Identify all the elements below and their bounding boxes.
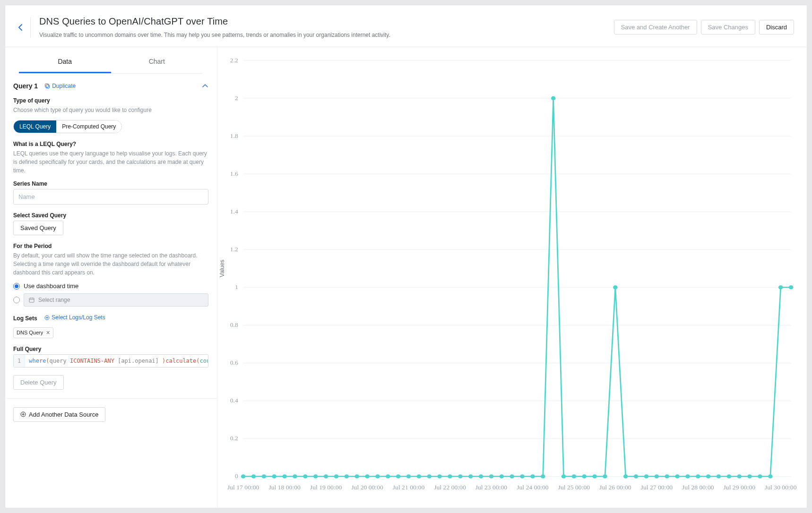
use-dashboard-time-radio[interactable]: Use dashboard time [13,282,208,290]
svg-point-48 [354,474,359,479]
svg-text:Jul 18 00:00: Jul 18 00:00 [268,484,301,490]
svg-text:Values: Values [218,259,225,277]
full-query-editor[interactable]: 1 where(query ICONTAINS-ANY [api.openai]… [13,354,208,368]
svg-point-75 [634,474,639,479]
svg-point-89 [778,285,783,290]
svg-text:Jul 26 00:00: Jul 26 00:00 [599,484,631,490]
use-dashboard-time-label: Use dashboard time [24,282,78,290]
tab-chart[interactable]: Chart [111,51,203,73]
svg-text:1.2: 1.2 [230,246,238,253]
svg-text:Jul 20 00:00: Jul 20 00:00 [351,484,383,490]
page-title: DNS Queries to OpenAI/ChatGPT over Time [39,16,614,27]
svg-point-90 [789,285,794,290]
svg-point-64 [520,474,525,479]
add-another-data-source-button[interactable]: Add Another Data Source [13,407,105,422]
svg-text:2.2: 2.2 [230,57,238,63]
svg-text:Jul 30 00:00: Jul 30 00:00 [765,484,797,490]
collapse-toggle[interactable] [202,83,208,90]
svg-point-71 [592,474,597,479]
svg-point-52 [396,474,401,479]
svg-point-81 [696,474,700,479]
saved-query-label: Select Saved Query [13,212,208,219]
svg-point-84 [727,474,732,479]
svg-point-77 [655,474,659,479]
svg-point-39 [262,474,267,479]
select-range-box[interactable]: Select range [24,293,208,307]
plus-circle-icon [44,315,50,320]
svg-point-45 [324,474,328,479]
svg-point-38 [251,474,256,479]
svg-point-42 [293,474,297,479]
svg-text:Jul 17 00:00: Jul 17 00:00 [227,484,259,490]
full-query-text: where(query ICONTAINS-ANY [api.openai] )… [25,355,208,367]
svg-text:2: 2 [235,94,238,101]
svg-point-50 [375,474,380,479]
log-set-chip-label: DNS Query [17,330,43,335]
svg-text:Jul 23 00:00: Jul 23 00:00 [475,484,508,490]
series-name-label: Series Name [13,180,208,187]
svg-point-61 [489,474,494,479]
svg-point-56 [437,474,442,479]
svg-point-88 [768,474,773,479]
close-icon[interactable]: ✕ [46,330,50,336]
svg-point-67 [551,96,556,101]
select-range-radio[interactable]: Select range [13,293,208,307]
page-description: Visualize traffic to uncommon domains ov… [39,32,614,38]
delete-query-button[interactable]: Delete Query [13,375,64,390]
left-column: Data Chart Query 1 Duplicate Type of que… [5,47,217,508]
duplicate-icon [44,83,50,89]
svg-text:Jul 21 00:00: Jul 21 00:00 [393,484,425,490]
svg-point-62 [500,474,504,479]
period-help: By default, your card will show the time… [13,251,208,277]
tab-data[interactable]: Data [19,51,111,73]
svg-point-49 [365,474,370,479]
leql-help: LEQL queries use the query language to h… [13,149,208,175]
app-header: DNS Queries to OpenAI/ChatGPT over Time … [5,5,807,47]
svg-point-40 [272,474,276,479]
discard-button[interactable]: Discard [759,20,794,34]
right-column: 00.20.40.60.811.21.41.61.822.2ValuesJul … [217,47,807,508]
duplicate-label: Duplicate [52,83,76,89]
select-logs-link[interactable]: Select Logs/Log Sets [44,314,105,321]
svg-text:Jul 25 00:00: Jul 25 00:00 [558,484,590,490]
svg-point-57 [448,474,452,479]
full-query-label: Full Query [13,346,208,352]
save-and-create-button[interactable]: Save and Create Another [614,20,697,34]
svg-point-51 [386,474,390,479]
svg-text:1.4: 1.4 [230,208,239,214]
chart: 00.20.40.60.811.21.41.61.822.2ValuesJul … [217,56,799,500]
log-sets-label: Log Sets [13,315,37,322]
svg-point-70 [582,474,587,479]
saved-query-button[interactable]: Saved Query [13,221,63,235]
svg-point-53 [406,474,411,479]
period-label: For the Period [13,243,208,249]
seg-precomputed-query[interactable]: Pre-Computed Query [56,120,121,133]
log-set-chip: DNS Query ✕ [13,327,53,338]
radio-icon-unchecked [13,297,20,303]
svg-rect-0 [45,84,49,87]
header-divider [30,17,31,38]
svg-point-55 [427,474,432,479]
svg-rect-2 [29,298,34,302]
svg-point-46 [334,474,339,479]
series-name-input[interactable] [13,189,208,205]
svg-text:0.6: 0.6 [230,359,239,366]
svg-point-80 [685,474,690,479]
svg-text:Jul 27 00:00: Jul 27 00:00 [641,484,673,490]
svg-point-37 [241,474,246,479]
svg-text:1.8: 1.8 [230,132,239,139]
seg-leql-query[interactable]: LEQL Query [14,120,56,133]
svg-point-58 [458,474,463,479]
type-of-query-help: Choose which type of query you would lik… [13,106,208,114]
duplicate-query-link[interactable]: Duplicate [44,83,76,89]
back-button[interactable] [13,20,27,34]
svg-text:Jul 29 00:00: Jul 29 00:00 [724,484,756,490]
svg-text:0.8: 0.8 [230,322,239,328]
svg-point-73 [613,285,618,290]
tabs: Data Chart [19,47,203,74]
save-changes-button[interactable]: Save Changes [701,20,755,34]
svg-point-74 [623,474,628,479]
svg-text:Jul 19 00:00: Jul 19 00:00 [310,484,342,490]
svg-point-41 [282,474,287,479]
query-type-segmented: LEQL Query Pre-Computed Query [13,120,122,133]
